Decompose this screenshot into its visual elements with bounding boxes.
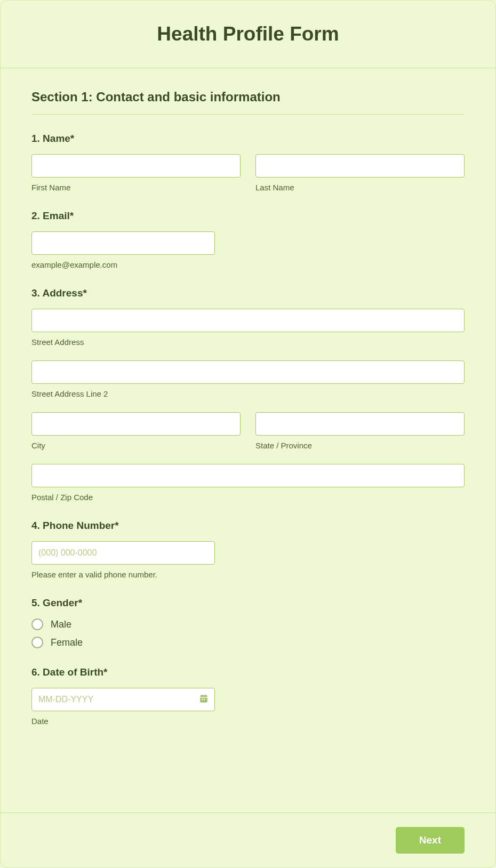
- first-name-input[interactable]: [31, 154, 241, 178]
- street-address-2-sublabel: Street Address Line 2: [31, 389, 465, 398]
- next-button[interactable]: Next: [396, 827, 465, 854]
- gender-male-label: Male: [51, 619, 71, 630]
- gender-female-label: Female: [51, 637, 83, 648]
- radio-icon: [31, 637, 43, 648]
- radio-icon: [31, 618, 43, 630]
- gender-male-radio[interactable]: Male: [31, 618, 465, 630]
- city-input[interactable]: [31, 412, 241, 436]
- state-sublabel: State / Province: [255, 441, 465, 450]
- question-email-label: 2. Email*: [31, 210, 465, 222]
- street-address-input[interactable]: [31, 309, 465, 332]
- first-name-sublabel: First Name: [31, 183, 241, 192]
- street-address-sublabel: Street Address: [31, 337, 465, 347]
- question-name-label: 1. Name*: [31, 133, 465, 144]
- section-divider: [31, 114, 465, 115]
- phone-sublabel: Please enter a valid phone number.: [31, 570, 215, 579]
- question-dob: 6. Date of Birth* Date: [31, 666, 465, 726]
- last-name-input[interactable]: [255, 154, 465, 178]
- question-phone-label: 4. Phone Number*: [31, 520, 465, 532]
- dob-sublabel: Date: [31, 717, 465, 726]
- form-content: Section 1: Contact and basic information…: [1, 68, 495, 813]
- postal-code-sublabel: Postal / Zip Code: [31, 493, 465, 502]
- gender-female-radio[interactable]: Female: [31, 637, 465, 648]
- form-header: Health Profile Form: [1, 1, 495, 68]
- form-footer: Next: [1, 813, 495, 867]
- phone-input[interactable]: [31, 541, 215, 565]
- question-address: 3. Address* Street Address Street Addres…: [31, 287, 465, 502]
- question-phone: 4. Phone Number* Please enter a valid ph…: [31, 520, 465, 579]
- last-name-sublabel: Last Name: [255, 183, 465, 192]
- email-sublabel: example@example.com: [31, 260, 215, 269]
- dob-input[interactable]: [31, 688, 215, 711]
- question-email: 2. Email* example@example.com: [31, 210, 465, 269]
- state-input[interactable]: [255, 412, 465, 436]
- email-input[interactable]: [31, 231, 215, 255]
- question-gender: 5. Gender* Male Female: [31, 597, 465, 648]
- question-name: 1. Name* First Name Last Name: [31, 133, 465, 192]
- question-gender-label: 5. Gender*: [31, 597, 465, 609]
- postal-code-input[interactable]: [31, 464, 465, 487]
- street-address-2-input[interactable]: [31, 360, 465, 384]
- question-dob-label: 6. Date of Birth*: [31, 666, 465, 678]
- city-sublabel: City: [31, 441, 241, 450]
- question-address-label: 3. Address*: [31, 287, 465, 299]
- section-title: Section 1: Contact and basic information: [31, 90, 465, 105]
- page-title: Health Profile Form: [11, 23, 485, 45]
